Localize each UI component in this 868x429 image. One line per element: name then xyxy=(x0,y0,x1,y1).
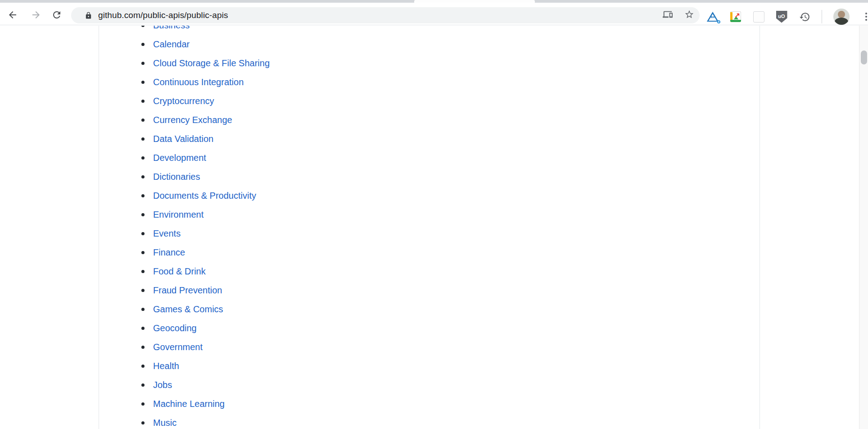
bookmark-star-icon[interactable] xyxy=(684,9,694,21)
category-link[interactable]: Business xyxy=(153,26,190,30)
category-link[interactable]: Development xyxy=(153,153,206,163)
screenshot-extension-icon[interactable]: ↗ xyxy=(730,11,741,23)
back-button[interactable] xyxy=(6,9,19,22)
category-link[interactable]: Currency Exchange xyxy=(153,115,232,125)
category-link[interactable]: Health xyxy=(153,361,179,371)
category-link[interactable]: Documents & Productivity xyxy=(153,191,256,201)
category-link[interactable]: Food & Drink xyxy=(153,266,206,276)
readme-right-border xyxy=(760,26,760,429)
category-link[interactable]: Geocoding xyxy=(153,323,197,333)
forward-button[interactable] xyxy=(29,9,43,22)
scrollbar-track[interactable] xyxy=(859,26,868,429)
list-item: Business xyxy=(99,26,760,35)
list-item: Currency Exchange xyxy=(99,110,760,129)
page-content: Business Calendar Cloud Storage & File S… xyxy=(0,26,868,429)
category-link[interactable]: Music xyxy=(153,418,176,428)
api-category-list: Business Calendar Cloud Storage & File S… xyxy=(99,26,760,429)
forward-icon xyxy=(31,9,41,22)
category-link[interactable]: Fraud Prevention xyxy=(153,285,222,295)
reload-button[interactable] xyxy=(50,9,63,22)
category-link[interactable]: Jobs xyxy=(153,380,172,390)
list-item: Development xyxy=(99,148,760,167)
list-item: Fraud Prevention xyxy=(99,281,760,300)
list-item: Music xyxy=(99,413,760,429)
category-link[interactable]: Events xyxy=(153,228,181,238)
list-item: Food & Drink xyxy=(99,262,760,281)
blank-extension-icon[interactable] xyxy=(753,11,764,23)
list-item: Environment xyxy=(99,205,760,224)
list-item: Finance xyxy=(99,243,760,262)
address-bar[interactable]: github.com/public-apis/public-apis xyxy=(71,7,700,23)
category-link[interactable]: Government xyxy=(153,342,203,352)
list-item: Documents & Productivity xyxy=(99,186,760,205)
category-link[interactable]: Dictionaries xyxy=(153,172,200,182)
category-link[interactable]: Cloud Storage & File Sharing xyxy=(153,58,270,68)
back-icon xyxy=(7,9,18,22)
send-to-devices-icon[interactable] xyxy=(663,9,673,21)
category-link[interactable]: Calendar xyxy=(153,39,190,49)
list-item: Cryptocurrency xyxy=(99,91,760,110)
list-item: Jobs xyxy=(99,375,760,394)
history-extension-icon[interactable] xyxy=(799,11,810,23)
list-item: Government xyxy=(99,338,760,356)
list-item: Events xyxy=(99,224,760,243)
category-link[interactable]: Machine Learning xyxy=(153,399,225,409)
list-item: Continuous Integration xyxy=(99,73,760,91)
category-link[interactable]: Games & Comics xyxy=(153,304,223,314)
axe-extension-label: ax xyxy=(711,15,715,19)
url-text[interactable]: github.com/public-apis/public-apis xyxy=(98,10,228,20)
lock-icon[interactable] xyxy=(85,12,92,19)
category-link[interactable]: Environment xyxy=(153,210,203,219)
category-link[interactable]: Continuous Integration xyxy=(153,77,244,87)
list-item: Dictionaries xyxy=(99,167,760,186)
browser-toolbar: github.com/public-apis/public-apis ax ↗ xyxy=(0,3,868,25)
list-item: Calendar xyxy=(99,35,760,54)
list-item: Health xyxy=(99,356,760,375)
list-item: Geocoding xyxy=(99,319,760,338)
list-item: Data Validation xyxy=(99,129,760,148)
ublock-origin-icon[interactable]: uO xyxy=(776,11,787,23)
browser-menu-icon[interactable] xyxy=(861,11,868,22)
list-item: Cloud Storage & File Sharing xyxy=(99,54,760,73)
extensions-area: ax ↗ uO xyxy=(707,5,868,28)
category-link[interactable]: Finance xyxy=(153,247,185,257)
axe-extension-icon[interactable]: ax xyxy=(707,11,719,23)
readme-body: Business Calendar Cloud Storage & File S… xyxy=(99,26,760,429)
list-item: Machine Learning xyxy=(99,394,760,413)
ublock-origin-badge: uO xyxy=(778,14,785,19)
list-item: Games & Comics xyxy=(99,300,760,319)
scrollbar-thumb[interactable] xyxy=(861,50,867,64)
category-link[interactable]: Data Validation xyxy=(153,134,213,144)
toolbar-separator xyxy=(822,10,822,23)
category-link[interactable]: Cryptocurrency xyxy=(153,96,214,106)
profile-avatar[interactable] xyxy=(833,9,850,25)
reload-icon xyxy=(51,9,62,22)
